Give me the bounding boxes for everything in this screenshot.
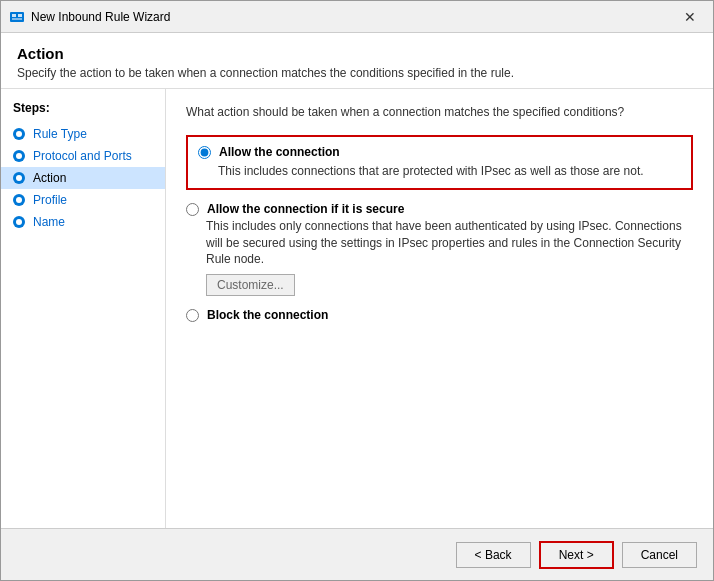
block-connection-radio[interactable] (186, 309, 199, 322)
sidebar-item-label: Rule Type (33, 127, 87, 141)
footer: < Back Next > Cancel (1, 528, 713, 580)
step-dot (13, 194, 25, 206)
allow-connection-option-box: Allow the connection This includes conne… (186, 135, 693, 190)
page-title: Action (17, 45, 697, 62)
sidebar-item-profile[interactable]: Profile (1, 189, 165, 211)
block-connection-row: Block the connection (186, 308, 693, 322)
back-button[interactable]: < Back (456, 542, 531, 568)
sidebar-title: Steps: (1, 101, 165, 123)
sidebar-item-ruletype[interactable]: Rule Type (1, 123, 165, 145)
svg-rect-3 (12, 18, 22, 20)
sidebar-item-label: Profile (33, 193, 67, 207)
svg-rect-1 (12, 14, 16, 17)
sidebar-item-label: Name (33, 215, 65, 229)
sidebar-item-action[interactable]: Action (1, 167, 165, 189)
question-text: What action should be taken when a conne… (186, 105, 693, 119)
sidebar-item-label: Protocol and Ports (33, 149, 132, 163)
allow-connection-radio[interactable] (198, 146, 211, 159)
step-dot (13, 216, 25, 228)
block-connection-option: Block the connection (186, 308, 693, 322)
allow-connection-desc: This includes connections that are prote… (218, 163, 681, 180)
window-icon (9, 9, 25, 25)
block-connection-label: Block the connection (207, 308, 328, 322)
allow-connection-label: Allow the connection (219, 145, 340, 159)
close-button[interactable]: ✕ (667, 1, 713, 33)
title-bar: New Inbound Rule Wizard ✕ (1, 1, 713, 33)
allow-connection-row: Allow the connection (198, 145, 681, 159)
allow-secure-desc: This includes only connections that have… (206, 218, 693, 268)
content-area: Steps: Rule Type Protocol and Ports Acti… (1, 89, 713, 528)
sidebar: Steps: Rule Type Protocol and Ports Acti… (1, 89, 166, 528)
step-dot (13, 172, 25, 184)
sidebar-item-protocol[interactable]: Protocol and Ports (1, 145, 165, 167)
customize-button[interactable]: Customize... (206, 274, 295, 296)
wizard-window: New Inbound Rule Wizard ✕ Action Specify… (0, 0, 714, 581)
page-description: Specify the action to be taken when a co… (17, 66, 697, 80)
header: Action Specify the action to be taken wh… (1, 33, 713, 89)
allow-secure-option: Allow the connection if it is secure Thi… (186, 202, 693, 296)
main-content: What action should be taken when a conne… (166, 89, 713, 528)
window-title: New Inbound Rule Wizard (31, 10, 667, 24)
cancel-button[interactable]: Cancel (622, 542, 697, 568)
sidebar-item-label: Action (33, 171, 66, 185)
allow-secure-radio[interactable] (186, 203, 199, 216)
allow-secure-row: Allow the connection if it is secure (186, 202, 693, 216)
sidebar-item-name[interactable]: Name (1, 211, 165, 233)
next-button[interactable]: Next > (539, 541, 614, 569)
svg-rect-2 (18, 14, 22, 17)
allow-secure-label: Allow the connection if it is secure (207, 202, 404, 216)
step-dot (13, 150, 25, 162)
step-dot (13, 128, 25, 140)
